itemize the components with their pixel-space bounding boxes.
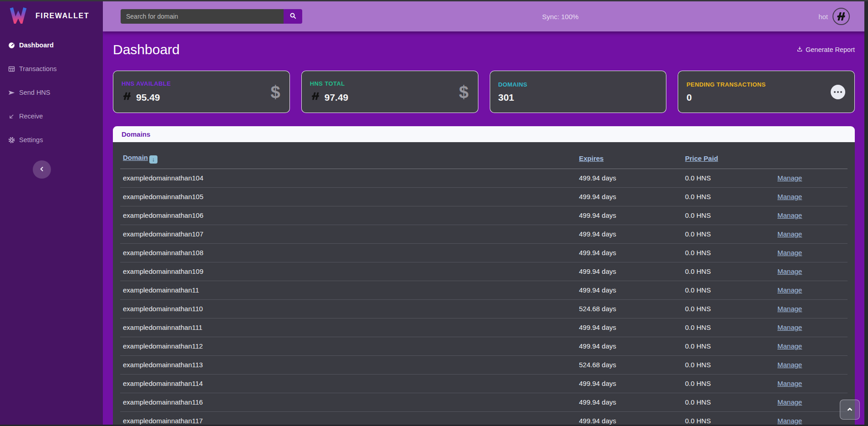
sidebar-item-send-hns[interactable]: Send HNS [0, 81, 103, 104]
card-pending-transactions: PENDING TRANSACTIONS 0 [678, 71, 855, 113]
expires-cell: 499.94 days [579, 398, 685, 406]
hns-logo-icon [310, 91, 321, 103]
chevron-left-icon [38, 165, 46, 175]
domain-cell: exampledomainnathan11 [120, 286, 579, 294]
column-header-domain[interactable]: Domain↓ [120, 154, 157, 164]
domain-cell: exampledomainnathan105 [120, 193, 579, 200]
expires-cell: 499.94 days [579, 249, 685, 257]
domain-cell: exampledomainnathan111 [120, 323, 579, 331]
domain-cell: exampledomainnathan113 [120, 361, 579, 369]
sync-status: Sync: 100% [542, 13, 579, 21]
manage-link[interactable]: Manage [777, 286, 802, 294]
card-value: 95.49 [122, 91, 171, 103]
card-label: PENDING TRANSACTIONS [686, 81, 766, 88]
manage-link[interactable]: Manage [777, 323, 802, 331]
gear-icon [7, 136, 15, 144]
domain-cell: exampledomainnathan112 [120, 342, 579, 350]
price-cell: 0.0 HNS [685, 211, 777, 219]
card-value: 301 [498, 92, 528, 103]
price-cell: 0.0 HNS [685, 267, 777, 275]
price-cell: 0.0 HNS [685, 323, 777, 331]
domains-panel-header: Domains [113, 126, 855, 142]
price-cell: 0.0 HNS [685, 342, 777, 350]
manage-link[interactable]: Manage [777, 398, 802, 406]
domain-cell: exampledomainnathan104 [120, 174, 579, 182]
expires-cell: 524.68 days [579, 361, 685, 369]
manage-link[interactable]: Manage [777, 380, 802, 387]
expires-cell: 499.94 days [579, 230, 685, 238]
expires-cell: 499.94 days [579, 211, 685, 219]
scroll-to-top-button[interactable] [840, 400, 860, 420]
hns-logo-icon [122, 91, 132, 103]
wallet-name: hot [818, 13, 828, 21]
sidebar-item-label: Receive [19, 113, 43, 120]
manage-link[interactable]: Manage [777, 417, 802, 425]
manage-link[interactable]: Manage [777, 230, 802, 238]
column-header-expires[interactable]: Expires [579, 154, 604, 162]
manage-link[interactable]: Manage [777, 342, 802, 350]
table-row: exampledomainnathan114 499.94 days 0.0 H… [120, 375, 848, 393]
table-row: exampledomainnathan112 499.94 days 0.0 H… [120, 337, 848, 356]
price-cell: 0.0 HNS [685, 305, 777, 313]
table-row: exampledomainnathan104 499.94 days 0.0 H… [120, 169, 848, 188]
expires-cell: 499.94 days [579, 323, 685, 331]
sidebar-item-receive[interactable]: Receive [0, 104, 103, 128]
expires-cell: 499.94 days [579, 286, 685, 294]
sidebar-item-dashboard[interactable]: Dashboard [0, 33, 103, 57]
sidebar-collapse-button[interactable] [33, 160, 51, 179]
card-hns-available: HNS AVAILABLE 95.49 $ [113, 71, 290, 113]
table-row: exampledomainnathan106 499.94 days 0.0 H… [120, 206, 848, 225]
expires-cell: 499.94 days [579, 342, 685, 350]
manage-link[interactable]: Manage [777, 267, 802, 275]
card-value: 97.49 [310, 91, 349, 103]
card-hns-total: HNS TOTAL 97.49 $ [301, 71, 478, 113]
card-domains: DOMAINS 301 [490, 71, 667, 113]
generate-report-button[interactable]: Generate Report [797, 46, 855, 54]
brand[interactable]: FIREWALLET [0, 1, 103, 31]
expires-cell: 499.94 days [579, 380, 685, 387]
expires-cell: 499.94 days [579, 174, 685, 182]
manage-link[interactable]: Manage [777, 361, 802, 369]
sidebar-nav: Dashboard Transactions Send HNS [0, 31, 103, 152]
manage-link[interactable]: Manage [777, 193, 802, 200]
ellipsis-icon [834, 91, 836, 93]
price-cell: 0.0 HNS [685, 286, 777, 294]
receive-arrow-icon [7, 113, 15, 120]
domain-cell: exampledomainnathan106 [120, 211, 579, 219]
chevron-up-icon [845, 405, 854, 415]
sidebar-item-label: Transactions [19, 65, 56, 72]
table-row: exampledomainnathan116 499.94 days 0.0 H… [120, 393, 848, 412]
send-icon [7, 89, 15, 97]
domain-cell: exampledomainnathan109 [120, 267, 579, 275]
price-cell: 0.0 HNS [685, 230, 777, 238]
generate-report-label: Generate Report [806, 46, 855, 53]
manage-link[interactable]: Manage [777, 249, 802, 257]
sidebar-item-transactions[interactable]: Transactions [0, 57, 103, 81]
column-header-price-paid[interactable]: Price Paid [685, 154, 718, 162]
domain-cell: exampledomainnathan107 [120, 230, 579, 238]
card-label: HNS TOTAL [310, 80, 349, 87]
domain-cell: exampledomainnathan108 [120, 249, 579, 257]
ellipsis-menu-button[interactable] [831, 85, 845, 99]
price-cell: 0.0 HNS [685, 249, 777, 257]
handshake-logo-icon[interactable] [832, 8, 850, 25]
table-row: exampledomainnathan117 499.94 days 0.0 H… [120, 412, 848, 426]
wallet-indicator: hot [818, 8, 850, 25]
manage-link[interactable]: Manage [777, 211, 802, 219]
expires-cell: 499.94 days [579, 193, 685, 200]
sidebar-item-label: Dashboard [19, 41, 54, 49]
table-row: exampledomainnathan11 499.94 days 0.0 HN… [120, 281, 848, 300]
table-row: exampledomainnathan107 499.94 days 0.0 H… [120, 225, 848, 244]
price-cell: 0.0 HNS [685, 398, 777, 406]
table-row: exampledomainnathan109 499.94 days 0.0 H… [120, 262, 848, 281]
search-input[interactable] [121, 9, 284, 24]
sidebar-item-settings[interactable]: Settings [0, 128, 103, 152]
manage-link[interactable]: Manage [777, 305, 802, 313]
table-row: exampledomainnathan113 524.68 days 0.0 H… [120, 356, 848, 375]
domain-cell: exampledomainnathan117 [120, 417, 579, 425]
card-label: HNS AVAILABLE [122, 80, 171, 87]
search-button[interactable] [284, 9, 302, 24]
domains-panel: Domains Domain↓ Expires Price Paid examp… [113, 126, 855, 426]
firewallet-w-logo-icon [9, 6, 27, 26]
manage-link[interactable]: Manage [777, 174, 802, 182]
